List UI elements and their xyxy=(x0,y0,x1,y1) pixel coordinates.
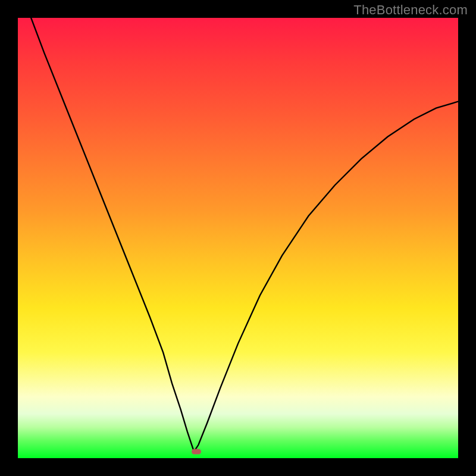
attribution-label: TheBottleneck.com xyxy=(353,2,468,18)
minimum-marker xyxy=(192,449,201,454)
plot-area xyxy=(18,18,458,458)
chart-frame: TheBottleneck.com xyxy=(0,0,476,476)
bottleneck-curve xyxy=(18,18,458,458)
